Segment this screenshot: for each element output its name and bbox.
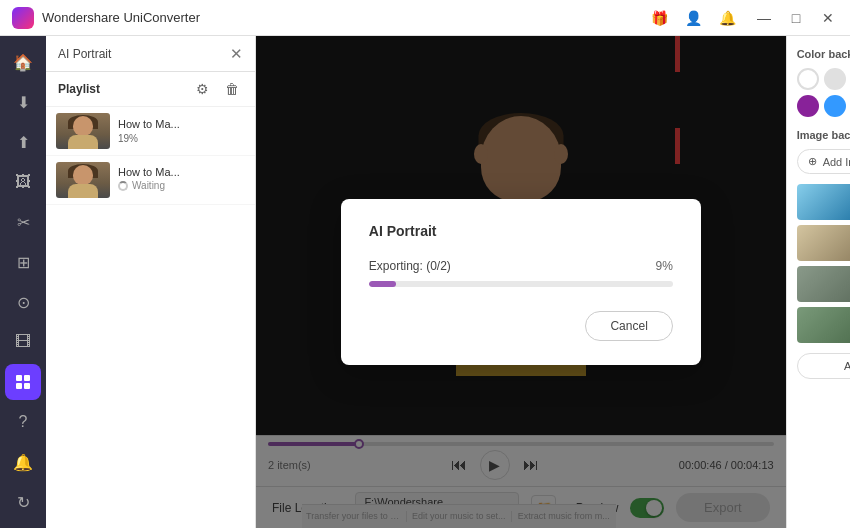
modal-cancel-button[interactable]: Cancel — [585, 311, 672, 341]
playlist-info-2: How to Ma... Waiting — [110, 166, 245, 194]
thumb-body-1 — [68, 135, 98, 149]
ai-portrait-modal: AI Portrait Exporting: (0/2) 9% Cancel — [341, 199, 701, 365]
sidebar-item-tools[interactable] — [5, 364, 41, 400]
sidebar-item-question[interactable]: ? — [5, 404, 41, 440]
sidebar: 🏠 ⬇ ⬆ 🖼 ✂ ⊞ ⊙ 🎞 ? 🔔 ↻ — [0, 36, 46, 528]
color-swatch-purple[interactable] — [797, 95, 819, 117]
bg-image-7[interactable] — [797, 307, 850, 343]
middle-panel: AI Portrait ✕ Playlist ⚙ 🗑 — [46, 36, 256, 528]
playlist-name-1: How to Ma... — [118, 118, 245, 130]
sidebar-item-bell[interactable]: 🔔 — [5, 444, 41, 480]
sidebar-item-image[interactable]: 🖼 — [5, 164, 41, 200]
apply-to-all-button[interactable]: Apply to All — [797, 353, 850, 379]
playlist-name-2: How to Ma... — [118, 166, 245, 178]
modal-percent: 9% — [655, 259, 672, 273]
playlist-item-2[interactable]: How to Ma... Waiting — [46, 156, 255, 205]
waiting-spinner — [118, 181, 128, 191]
playlist-header: Playlist ⚙ 🗑 — [46, 72, 255, 107]
color-grid — [797, 68, 850, 117]
modal-title: AI Portrait — [369, 223, 673, 239]
svg-rect-0 — [16, 375, 22, 381]
title-bar-icons: 🎁 👤 🔔 — [646, 5, 740, 31]
modal-actions: Cancel — [369, 311, 673, 341]
bell-icon[interactable]: 🔔 — [714, 5, 740, 31]
sidebar-item-download[interactable]: ⬇ — [5, 84, 41, 120]
sidebar-item-cut[interactable]: ✂ — [5, 204, 41, 240]
app-body: 🏠 ⬇ ⬆ 🖼 ✂ ⊞ ⊙ 🎞 ? 🔔 ↻ AI Portrait ✕ — [0, 36, 850, 528]
modal-progress-fill — [369, 281, 396, 287]
modal-status: Exporting: (0/2) 9% — [369, 259, 673, 273]
gift-icon[interactable]: 🎁 — [646, 5, 672, 31]
sidebar-item-refresh[interactable]: ↻ — [5, 484, 41, 520]
user-icon[interactable]: 👤 — [680, 5, 706, 31]
bg-image-1[interactable] — [797, 184, 850, 220]
sidebar-item-home[interactable]: 🏠 — [5, 44, 41, 80]
playlist-status-2: Waiting — [118, 180, 165, 191]
svg-rect-3 — [24, 383, 30, 389]
playlist-item[interactable]: How to Ma... 19% — [46, 107, 255, 156]
image-grid — [797, 184, 850, 343]
playlist-info-1: How to Ma... 19% — [110, 118, 245, 144]
bg-image-3[interactable] — [797, 225, 850, 261]
sidebar-item-film[interactable]: 🎞 — [5, 324, 41, 360]
ai-portrait-header: AI Portrait ✕ — [46, 36, 255, 72]
modal-progress-bar — [369, 281, 673, 287]
thumb-person-1 — [56, 113, 110, 149]
panel-title: AI Portrait — [58, 47, 111, 61]
plus-icon: ⊕ — [808, 155, 817, 168]
app-logo — [12, 7, 34, 29]
playlist-thumb-2 — [56, 162, 110, 198]
playlist-settings-button[interactable]: ⚙ — [191, 78, 213, 100]
color-bg-title: Color background: — [797, 48, 850, 60]
right-panel: Color background: Image background: ⊕ Ad… — [786, 36, 850, 528]
panel-close-button[interactable]: ✕ — [230, 45, 243, 63]
image-bg-title: Image background: — [797, 129, 850, 141]
maximize-button[interactable]: □ — [782, 4, 810, 32]
thumb-body-2 — [68, 184, 98, 198]
modal-overlay: AI Portrait Exporting: (0/2) 9% Cancel — [256, 36, 786, 528]
playlist-actions: ⚙ 🗑 — [191, 78, 243, 100]
add-image-button[interactable]: ⊕ Add Image — [797, 149, 850, 174]
color-swatch-white[interactable] — [797, 68, 819, 90]
playlist-title: Playlist — [58, 82, 100, 96]
main-content: 2 item(s) ⏮ ▶ ⏭ 00:00:46 / 00:04:13 File… — [256, 36, 786, 528]
sidebar-item-grid[interactable]: ⊞ — [5, 244, 41, 280]
sidebar-item-target[interactable]: ⊙ — [5, 284, 41, 320]
app-title: Wondershare UniConverter — [42, 10, 200, 25]
title-bar: Wondershare UniConverter 🎁 👤 🔔 — □ ✕ — [0, 0, 850, 36]
bg-image-5[interactable] — [797, 266, 850, 302]
playlist-delete-button[interactable]: 🗑 — [221, 78, 243, 100]
close-button[interactable]: ✕ — [814, 4, 842, 32]
sidebar-item-upload[interactable]: ⬆ — [5, 124, 41, 160]
thumb-face-1 — [73, 116, 93, 136]
color-swatch-blue[interactable] — [824, 95, 846, 117]
playlist-thumb-1 — [56, 113, 110, 149]
thumb-person-2 — [56, 162, 110, 198]
playlist-percent-1: 19% — [118, 133, 245, 144]
minimize-button[interactable]: — — [750, 4, 778, 32]
svg-rect-2 — [16, 383, 22, 389]
color-swatch-light-gray[interactable] — [824, 68, 846, 90]
sidebar-bottom: ? 🔔 ↻ — [5, 404, 41, 528]
modal-status-text: Exporting: (0/2) — [369, 259, 451, 273]
thumb-face-2 — [73, 165, 93, 185]
window-controls: — □ ✕ — [750, 0, 842, 35]
svg-rect-1 — [24, 375, 30, 381]
